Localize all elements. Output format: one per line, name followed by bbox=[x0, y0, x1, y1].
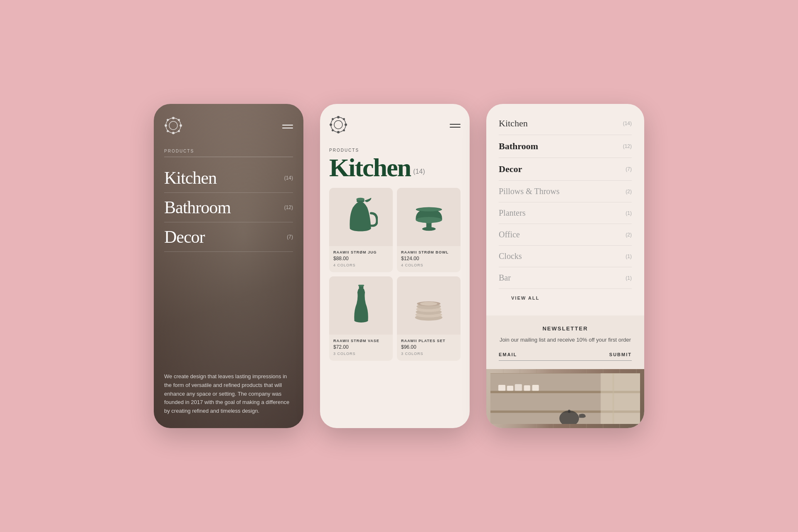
nav-decor-label: Decor bbox=[164, 228, 205, 246]
email-input[interactable] bbox=[517, 352, 609, 358]
products-label: PRODUCTS bbox=[164, 149, 293, 153]
svg-point-17 bbox=[343, 129, 345, 131]
menu-office-label: Office bbox=[499, 230, 520, 239]
svg-point-14 bbox=[330, 123, 332, 126]
products-label-2: PRODUCTS bbox=[329, 148, 461, 153]
svg-rect-53 bbox=[515, 384, 522, 391]
svg-point-38 bbox=[420, 302, 438, 305]
nav-decor[interactable]: Decor (7) bbox=[164, 222, 293, 252]
menu-clocks[interactable]: Clocks (1) bbox=[499, 246, 632, 267]
menu-bar[interactable]: Bar (1) bbox=[499, 267, 632, 289]
logo-icon[interactable] bbox=[164, 116, 182, 136]
nav-bathroom-label: Bathroom bbox=[164, 199, 231, 216]
product-vase[interactable]: RAAWII STRØM VASE $72.00 3 COLORS bbox=[329, 276, 393, 361]
product-4-name: RAAWII PLATES SET bbox=[401, 339, 456, 343]
email-label: EMAIL bbox=[499, 352, 517, 357]
product-1-name: RAAWII STRØM JUG bbox=[333, 250, 389, 254]
menu-kitchen[interactable]: Kitchen (14) bbox=[499, 112, 632, 135]
svg-rect-51 bbox=[498, 385, 505, 391]
nav-decor-count: (7) bbox=[287, 234, 293, 240]
product-4-price: $96.00 bbox=[401, 344, 456, 350]
menu-bathroom-count: (12) bbox=[623, 143, 632, 149]
product-2-colors: 4 COLORS bbox=[401, 263, 456, 267]
menu-pillows-label: Pillows & Throws bbox=[499, 187, 559, 196]
menu-planters-count: (1) bbox=[626, 210, 632, 216]
nav-kitchen-label: Kitchen bbox=[164, 169, 217, 187]
product-1-price: $88.00 bbox=[333, 256, 389, 261]
svg-point-6 bbox=[167, 119, 169, 121]
products-grid: RAAWII STRØM JUG $88.00 4 COLORS bbox=[329, 188, 461, 361]
menu-button[interactable] bbox=[282, 125, 293, 128]
nav-bathroom[interactable]: Bathroom (12) bbox=[164, 193, 293, 222]
menu-kitchen-count: (14) bbox=[623, 121, 632, 126]
menu-bar-label: Bar bbox=[499, 273, 511, 283]
menu-decor-label: Decor bbox=[499, 164, 522, 175]
svg-point-2 bbox=[172, 117, 175, 119]
product-3-colors: 3 COLORS bbox=[333, 352, 389, 356]
nav-kitchen[interactable]: Kitchen (14) bbox=[164, 163, 293, 193]
svg-point-22 bbox=[356, 198, 365, 201]
svg-point-18 bbox=[343, 118, 345, 120]
svg-point-12 bbox=[337, 116, 340, 118]
product-3-price: $72.00 bbox=[333, 344, 389, 350]
nav-kitchen-count: (14) bbox=[284, 175, 293, 181]
menu-list: Kitchen (14) Bathroom (12) Decor (7) Pil… bbox=[486, 104, 644, 315]
product-2-name: RAAWII STRØM BOWL bbox=[401, 250, 456, 254]
svg-point-1 bbox=[169, 121, 177, 130]
product-jug[interactable]: RAAWII STRØM JUG $88.00 4 COLORS bbox=[329, 188, 393, 272]
svg-point-15 bbox=[345, 123, 347, 126]
svg-point-9 bbox=[167, 130, 169, 132]
menu-kitchen-label: Kitchen bbox=[499, 118, 528, 129]
menu-pillows-count: (2) bbox=[626, 189, 632, 195]
product-2-price: $124.00 bbox=[401, 256, 456, 261]
svg-point-5 bbox=[180, 124, 182, 127]
newsletter-title: NEWSLETTER bbox=[499, 325, 632, 332]
view-all-button[interactable]: VIEW ALL bbox=[499, 289, 632, 307]
logo-icon-2[interactable] bbox=[329, 116, 347, 135]
menu-button-2[interactable] bbox=[450, 124, 461, 128]
phone-3: Kitchen (14) Bathroom (12) Decor (7) Pil… bbox=[486, 104, 644, 428]
submit-button[interactable]: SUBMIT bbox=[609, 352, 632, 357]
phone2-header bbox=[329, 116, 461, 135]
nav-bathroom-count: (12) bbox=[284, 204, 293, 210]
svg-rect-44 bbox=[613, 373, 614, 424]
svg-rect-43 bbox=[601, 373, 640, 424]
phone-2: PRODUCTS Kitchen(14) bbox=[320, 104, 470, 428]
svg-point-26 bbox=[416, 217, 442, 223]
svg-point-28 bbox=[417, 208, 441, 212]
product-bowl[interactable]: RAAWII STRØM BOWL $124.00 4 COLORS bbox=[397, 188, 461, 272]
menu-clocks-count: (1) bbox=[626, 254, 632, 259]
kitchen-heading: Kitchen(14) bbox=[329, 155, 461, 180]
menu-planters-label: Planters bbox=[499, 208, 525, 218]
product-4-colors: 3 COLORS bbox=[401, 352, 456, 356]
svg-point-19 bbox=[332, 129, 334, 131]
svg-point-4 bbox=[165, 124, 167, 127]
svg-point-16 bbox=[332, 118, 334, 120]
phone-1: PRODUCTS Kitchen (14) Bathroom (12) Deco… bbox=[154, 104, 303, 428]
svg-rect-57 bbox=[568, 409, 571, 413]
menu-office[interactable]: Office (2) bbox=[499, 224, 632, 246]
menu-clocks-label: Clocks bbox=[499, 251, 522, 261]
product-1-colors: 4 COLORS bbox=[333, 263, 389, 267]
menu-decor[interactable]: Decor (7) bbox=[499, 158, 632, 181]
product-plates[interactable]: RAAWII PLATES SET $96.00 3 COLORS bbox=[397, 276, 461, 361]
svg-point-11 bbox=[334, 121, 342, 129]
svg-rect-52 bbox=[507, 385, 513, 390]
menu-planters[interactable]: Planters (1) bbox=[499, 202, 632, 224]
svg-rect-55 bbox=[532, 385, 539, 391]
svg-point-13 bbox=[337, 131, 340, 133]
menu-bar-count: (1) bbox=[626, 275, 632, 281]
brand-description: We create design that leaves lasting imp… bbox=[164, 372, 293, 416]
svg-point-8 bbox=[178, 119, 180, 121]
newsletter-section: NEWSLETTER Join our mailing list and rec… bbox=[486, 315, 644, 369]
product-3-name: RAAWII STRØM VASE bbox=[333, 339, 389, 343]
shop-image bbox=[486, 369, 644, 429]
menu-bathroom[interactable]: Bathroom (12) bbox=[499, 135, 632, 158]
svg-point-3 bbox=[172, 132, 175, 134]
menu-office-count: (2) bbox=[626, 232, 632, 238]
svg-rect-54 bbox=[524, 385, 530, 391]
svg-point-7 bbox=[178, 130, 180, 132]
menu-pillows[interactable]: Pillows & Throws (2) bbox=[499, 181, 632, 202]
newsletter-description: Join our mailing list and receive 10% of… bbox=[499, 336, 632, 344]
menu-decor-count: (7) bbox=[626, 166, 632, 172]
